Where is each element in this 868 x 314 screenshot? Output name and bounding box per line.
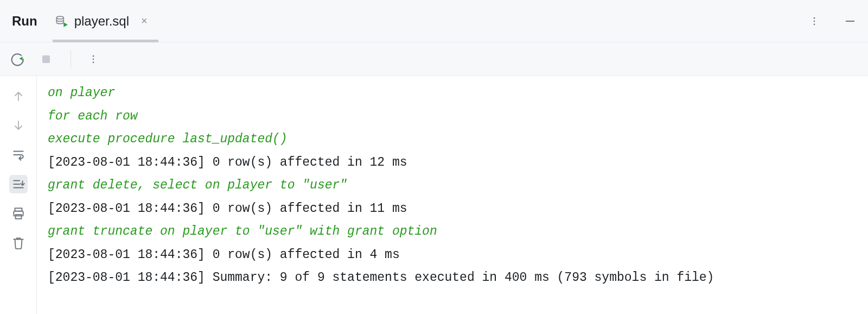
side-toolbar bbox=[0, 76, 37, 314]
svg-rect-11 bbox=[15, 215, 21, 219]
sql-line: for each row bbox=[48, 105, 857, 128]
svg-point-0 bbox=[56, 16, 63, 19]
tab-player-sql[interactable]: player.sql × bbox=[53, 0, 158, 42]
active-tab-indicator bbox=[53, 40, 158, 42]
more-icon[interactable] bbox=[805, 12, 824, 30]
console-output[interactable]: on playerfor each rowexecute procedure l… bbox=[37, 76, 868, 314]
svg-point-2 bbox=[814, 20, 815, 22]
sql-file-icon bbox=[55, 14, 69, 28]
svg-point-6 bbox=[93, 55, 94, 56]
tool-window-header: Run player.sql × bbox=[0, 0, 868, 42]
svg-point-1 bbox=[814, 17, 815, 18]
arrow-up-icon[interactable] bbox=[9, 87, 28, 105]
rerun-icon[interactable] bbox=[8, 50, 26, 68]
sql-line: grant delete, select on player to "user" bbox=[48, 174, 857, 197]
tool-window-title: Run bbox=[0, 14, 37, 29]
svg-rect-5 bbox=[42, 55, 50, 63]
more-icon[interactable] bbox=[84, 50, 103, 68]
svg-point-8 bbox=[93, 61, 94, 63]
log-line: [2023-08-01 18:44:36] 0 row(s) affected … bbox=[48, 243, 857, 267]
sql-line: execute procedure last_updated() bbox=[48, 128, 857, 151]
trash-icon[interactable] bbox=[9, 234, 28, 252]
svg-point-7 bbox=[93, 58, 94, 60]
print-icon[interactable] bbox=[9, 204, 28, 223]
tab-label: player.sql bbox=[74, 14, 129, 29]
close-icon[interactable]: × bbox=[141, 15, 148, 27]
sql-line: on player bbox=[48, 81, 857, 105]
soft-wrap-icon[interactable] bbox=[9, 146, 28, 164]
scroll-to-end-icon[interactable] bbox=[9, 175, 28, 193]
arrow-down-icon[interactable] bbox=[9, 116, 28, 135]
toolbar-separator bbox=[71, 50, 71, 68]
toolbar bbox=[0, 42, 868, 76]
svg-point-3 bbox=[814, 23, 815, 25]
stop-icon[interactable] bbox=[37, 50, 55, 68]
sql-line: grant truncate on player to "user" with … bbox=[48, 220, 857, 243]
log-line: [2023-08-01 18:44:36] Summary: 9 of 9 st… bbox=[48, 266, 857, 290]
minimize-icon[interactable] bbox=[841, 12, 859, 30]
log-line: [2023-08-01 18:44:36] 0 row(s) affected … bbox=[48, 197, 857, 221]
log-line: [2023-08-01 18:44:36] 0 row(s) affected … bbox=[48, 151, 857, 174]
